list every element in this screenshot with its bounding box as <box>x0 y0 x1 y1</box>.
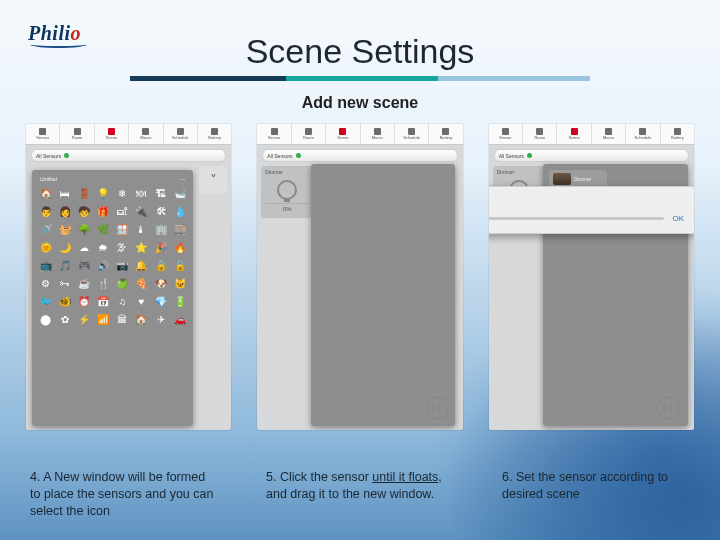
scene-icon[interactable]: 🏠 <box>134 312 149 327</box>
scene-icon[interactable]: ✈ <box>153 312 168 327</box>
status-dot-icon <box>296 153 301 158</box>
app-tabs: Sensor Room Scene Macro Schedule Battery <box>26 124 231 145</box>
dialog-max-label: 100% <box>489 204 684 210</box>
caption-step-6: 6. Set the sensor according to desired s… <box>502 469 690 520</box>
app-tabs: Sensor Room Scene Macro Schedule Battery <box>257 124 462 145</box>
scene-icon[interactable]: ⭐ <box>134 240 149 255</box>
scene-icon[interactable]: 💧 <box>172 204 187 219</box>
icon-grid: 🏠🛏🚪💡❄🍽🏗🛁👨👩🧒🎁🛋🔌🛠💧🚿🧺🌳🌿🪟🌡🏢🏬🌞🌙☁🌧🌫⭐🎉🔥📺🎵🎮🔊📷🔔🔒🔓… <box>38 186 187 327</box>
scene-icon[interactable]: 🎵 <box>57 258 72 273</box>
page-title: Scene Settings <box>0 32 720 71</box>
scene-icon[interactable]: 👨 <box>38 204 53 219</box>
scene-icon[interactable]: 🐦 <box>38 294 53 309</box>
scene-icon[interactable]: ⏰ <box>76 294 91 309</box>
subtitle: Add new scene <box>0 94 720 112</box>
status-dot-icon <box>64 153 69 158</box>
scene-icon[interactable]: ⚙ <box>38 276 53 291</box>
all-sensors-pill: All Sensors <box>31 149 226 162</box>
scene-icon[interactable]: 🏛 <box>115 312 130 327</box>
scene-icon[interactable]: 🌳 <box>76 222 91 237</box>
scene-icon[interactable]: 🍏 <box>115 276 130 291</box>
pause-icon <box>656 396 680 420</box>
scene-icon[interactable]: 🧺 <box>57 222 72 237</box>
scene-icon[interactable]: ✿ <box>57 312 72 327</box>
all-sensors-pill: All Sensors <box>262 149 457 162</box>
scene-icon[interactable]: 🐶 <box>153 276 168 291</box>
scene-icon[interactable]: ♥ <box>134 294 149 309</box>
screenshots-row: Sensor Room Scene Macro Schedule Battery… <box>26 124 694 430</box>
bulb-icon <box>277 180 297 200</box>
level-slider[interactable] <box>489 217 665 220</box>
thumbnail-icon <box>553 173 571 185</box>
scene-icon[interactable]: 🏢 <box>153 222 168 237</box>
scene-icon[interactable]: ☕ <box>76 276 91 291</box>
scene-icon[interactable]: 🔌 <box>134 204 149 219</box>
more-icon: ⋯ <box>180 176 185 182</box>
caption-step-5: 5. Click the sensor until it floats, and… <box>266 469 454 520</box>
scene-icon[interactable]: 🌧 <box>95 240 110 255</box>
scene-icon[interactable]: 🎮 <box>76 258 91 273</box>
scene-icon[interactable]: ⚡ <box>76 312 91 327</box>
scene-icon[interactable]: 🔔 <box>134 258 149 273</box>
scene-icon[interactable]: ❄ <box>115 186 130 201</box>
scene-icon[interactable]: 🍴 <box>95 276 110 291</box>
scene-icon[interactable]: 🧒 <box>76 204 91 219</box>
scene-icon[interactable]: 📶 <box>95 312 110 327</box>
scene-icon[interactable]: 📷 <box>115 258 130 273</box>
scene-icon[interactable]: 🔒 <box>153 258 168 273</box>
scene-icon[interactable]: 🔋 <box>172 294 187 309</box>
scene-icon[interactable]: 🏬 <box>172 222 187 237</box>
scene-icon[interactable]: 🔊 <box>95 258 110 273</box>
scene-icon[interactable]: 🚗 <box>172 312 187 327</box>
sensor-percent: 0% <box>265 203 309 212</box>
scene-icon[interactable]: 🎉 <box>153 240 168 255</box>
scene-icon[interactable]: 🐠 <box>57 294 72 309</box>
scene-icon[interactable]: 🛋 <box>115 204 130 219</box>
scene-icon[interactable]: ☁ <box>76 240 91 255</box>
scene-icon[interactable]: 📺 <box>38 258 53 273</box>
caption-step-4: 4. A New window will be formed to place … <box>30 469 218 520</box>
scene-icon[interactable]: 💡 <box>95 186 110 201</box>
level-dialog: 0% 100% OK <box>489 186 694 234</box>
icon-picker-popup: Untitled ⋯ 🏠🛏🚪💡❄🍽🏗🛁👨👩🧒🎁🛋🔌🛠💧🚿🧺🌳🌿🪟🌡🏢🏬🌞🌙☁🌧🌫… <box>32 170 193 426</box>
scene-icon[interactable]: 🛏 <box>57 186 72 201</box>
scene-drop-panel <box>311 164 454 426</box>
scene-icon[interactable]: 🌞 <box>38 240 53 255</box>
scene-icon[interactable]: 🚿 <box>38 222 53 237</box>
scene-icon[interactable]: 🔓 <box>172 258 187 273</box>
scene-icon[interactable]: 🌫 <box>115 240 130 255</box>
add-scene-tile: ˅ <box>199 166 227 194</box>
screenshot-step-4: Sensor Room Scene Macro Schedule Battery… <box>26 124 231 430</box>
sensor-tile: Dimmer 0% <box>261 166 313 218</box>
scene-icon[interactable]: 🛠 <box>153 204 168 219</box>
scene-icon[interactable]: 🍽 <box>134 186 149 201</box>
scene-icon[interactable]: 👩 <box>57 204 72 219</box>
scene-icon[interactable]: ⬤ <box>38 312 53 327</box>
scene-icon[interactable]: 📅 <box>95 294 110 309</box>
scene-icon[interactable]: 🗝 <box>57 276 72 291</box>
scene-icon[interactable]: 🛁 <box>172 186 187 201</box>
scene-icon[interactable]: 🍕 <box>134 276 149 291</box>
screenshot-step-5: Sensor Room Scene Macro Schedule Battery… <box>257 124 462 430</box>
popup-title: Untitled <box>40 176 57 182</box>
scene-icon[interactable]: 🚪 <box>76 186 91 201</box>
scene-icon[interactable]: 🪟 <box>115 222 130 237</box>
scene-icon[interactable]: 🐱 <box>172 276 187 291</box>
ok-button[interactable]: OK <box>672 214 684 223</box>
scene-icon[interactable]: 🎁 <box>95 204 110 219</box>
scene-icon[interactable]: 🌡 <box>134 222 149 237</box>
screenshot-step-6: Sensor Room Scene Macro Schedule Battery… <box>489 124 694 430</box>
scene-icon[interactable]: 🌙 <box>57 240 72 255</box>
scene-icon[interactable]: 💎 <box>153 294 168 309</box>
status-dot-icon <box>527 153 532 158</box>
captions-row: 4. A New window will be formed to place … <box>30 469 690 520</box>
title-underline <box>130 76 590 81</box>
scene-icon[interactable]: 🏠 <box>38 186 53 201</box>
scene-icon[interactable]: 🏗 <box>153 186 168 201</box>
scene-icon[interactable]: ♫ <box>115 294 130 309</box>
all-sensors-pill: All Sensors <box>494 149 689 162</box>
pause-icon <box>425 396 449 420</box>
sensor-label: Dimmer <box>497 169 541 175</box>
scene-icon[interactable]: 🌿 <box>95 222 110 237</box>
scene-icon[interactable]: 🔥 <box>172 240 187 255</box>
